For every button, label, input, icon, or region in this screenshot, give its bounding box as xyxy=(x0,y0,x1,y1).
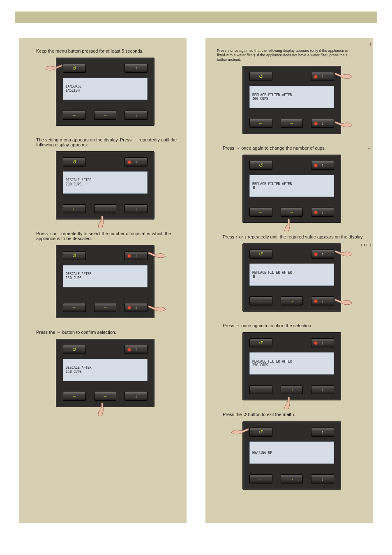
up-button[interactable]: ↑ xyxy=(125,64,148,73)
down-arrow-icon: ↓ xyxy=(135,112,137,118)
down-button[interactable]: ↓ xyxy=(125,204,148,213)
device: ↺ ↑ LANGUAGE ENGLISH ← → ↓ xyxy=(56,58,154,126)
down-arrow-icon: ↓ xyxy=(135,393,137,399)
up-button[interactable]: ↑ xyxy=(125,251,148,260)
up-button[interactable]: ↑ xyxy=(311,72,334,81)
right-button[interactable]: → xyxy=(281,296,303,305)
up-arrow-icon: ↑ xyxy=(135,253,137,259)
right-button[interactable]: → xyxy=(281,385,303,394)
left-arrow-icon: ← xyxy=(72,305,77,310)
lcd-screen: REPLACE FILTER AFTER 350 CUPS xyxy=(249,352,334,375)
step-caption: Press → once again to change the number … xyxy=(211,143,367,151)
hand-icon xyxy=(278,219,297,231)
left-button[interactable]: ← xyxy=(63,303,86,312)
screen-line-2 xyxy=(252,275,331,279)
screen-line-1: DESCALE AFTER xyxy=(66,366,145,370)
down-button[interactable]: ↓ xyxy=(125,392,148,401)
step-caption: Press ↓ once again so that the following… xyxy=(211,46,367,62)
left-button[interactable]: ← xyxy=(249,474,272,483)
screen-line-1: DESCALE AFTER xyxy=(66,272,145,276)
hand-icon xyxy=(92,216,111,228)
screen-line-1: REPLACE FILTER AFTER xyxy=(252,360,331,364)
left-button[interactable]: ← xyxy=(63,392,86,401)
device: ↺ ↑ DESCALE AFTER 200 CUPS ← → ↓ xyxy=(56,151,154,220)
down-button[interactable]: ↓ xyxy=(311,119,334,128)
left-arrow-icon: ← xyxy=(72,112,77,118)
down-button[interactable]: ↓ xyxy=(125,303,148,312)
screen-line-2: 150 CUPS xyxy=(66,370,145,374)
device-figure: ↺ ↑ REPLACE FILTER AFTER 350 CUPS ← → ↓ xyxy=(236,332,343,400)
menu-button[interactable]: ↺ xyxy=(249,72,272,81)
down-arrow-icon: ↓ xyxy=(321,298,324,304)
right-button[interactable]: → xyxy=(94,204,116,213)
hand-icon xyxy=(148,302,166,314)
left-button[interactable]: ← xyxy=(249,119,272,128)
down-button[interactable]: ↓ xyxy=(311,296,334,305)
screen-line-2 xyxy=(252,186,331,190)
menu-button[interactable]: ↺ xyxy=(249,250,272,259)
margin-symbol: ↑ or ↓ xyxy=(360,242,371,247)
right-arrow-icon: → xyxy=(103,206,108,212)
left-button[interactable]: ← xyxy=(63,204,86,213)
screen-line-1: REPLACE FILTER AFTER xyxy=(252,271,331,275)
up-arrow-icon: ↑ xyxy=(321,74,324,79)
up-button[interactable]: ↑ xyxy=(311,161,334,170)
right-arrow-icon: → xyxy=(289,120,294,126)
undo-icon: ↺ xyxy=(72,65,76,71)
up-button[interactable]: ↑ xyxy=(311,428,334,437)
lcd-screen: REPLACE FILTER AFTER 400 CUPS xyxy=(249,86,334,108)
right-button[interactable]: → xyxy=(94,303,116,312)
device: ↺ ↑ DESCALE AFTER 150 CUPS ← → ↓ xyxy=(56,339,154,407)
undo-icon: ↺ xyxy=(259,74,263,79)
right-arrow-icon: → xyxy=(103,112,108,118)
up-button[interactable]: ↑ xyxy=(125,157,148,166)
undo-icon: ↺ xyxy=(259,340,263,346)
undo-icon: ↺ xyxy=(259,429,263,435)
led-icon xyxy=(314,253,317,256)
right-button[interactable]: → xyxy=(94,392,116,401)
left-button[interactable]: ← xyxy=(249,385,272,394)
led-icon xyxy=(314,342,317,345)
hand-icon xyxy=(334,247,353,259)
left-arrow-icon: ← xyxy=(258,120,263,126)
screen-line-1: DESCALE AFTER xyxy=(66,178,145,183)
menu-button[interactable]: ↺ xyxy=(63,345,86,354)
left-button[interactable]: ← xyxy=(249,208,272,217)
step-caption: Press the → button to confirm selection. xyxy=(25,327,181,335)
down-arrow-icon: ↓ xyxy=(135,305,137,310)
hand-icon xyxy=(92,403,111,416)
led-icon xyxy=(314,164,317,167)
left-button[interactable]: ← xyxy=(63,111,86,120)
left-button[interactable]: ← xyxy=(249,296,272,305)
hand-icon xyxy=(231,425,249,437)
undo-icon: ↺ xyxy=(259,251,263,257)
menu-button[interactable]: ↺ xyxy=(63,251,86,260)
right-button[interactable]: → xyxy=(281,119,303,128)
hand-icon xyxy=(44,61,63,74)
up-arrow-icon: ↑ xyxy=(321,340,324,346)
device-figure: ↺ ↑ LANGUAGE ENGLISH ← → ↓ xyxy=(49,58,156,126)
right-button[interactable]: → xyxy=(94,111,116,120)
screen-line-2: 150 CUPS xyxy=(66,276,145,280)
right-button[interactable]: → xyxy=(281,208,303,217)
right-button[interactable]: → xyxy=(281,474,303,483)
down-button[interactable]: ↓ xyxy=(311,208,334,217)
menu-button[interactable]: ↺ xyxy=(63,64,86,73)
menu-button[interactable]: ↺ xyxy=(249,161,272,170)
device: ↺ ↑ REPLACE FILTER AFTER ← → ↓ xyxy=(242,243,341,312)
down-button[interactable]: ↓ xyxy=(125,111,148,120)
menu-button[interactable]: ↺ xyxy=(249,428,272,437)
up-button[interactable]: ↑ xyxy=(311,338,334,347)
device-figure: ↺ ↑ REPLACE FILTER AFTER 400 CUPS ← → ↓ xyxy=(236,66,343,134)
screen-line-2: ENGLISH xyxy=(66,89,145,93)
menu-button[interactable]: ↺ xyxy=(249,338,272,347)
down-button[interactable]: ↓ xyxy=(311,474,334,483)
menu-button[interactable]: ↺ xyxy=(63,157,86,166)
device-figure: ↺ ↑ REPLACE FILTER AFTER ← → ↓ xyxy=(236,155,343,223)
screen-line-1: LANGUAGE xyxy=(66,85,145,89)
up-button[interactable]: ↑ xyxy=(125,345,148,354)
down-button[interactable]: ↓ xyxy=(311,385,334,394)
cursor xyxy=(253,186,255,189)
up-button[interactable]: ↑ xyxy=(311,250,334,259)
up-arrow-icon: ↑ xyxy=(321,162,324,168)
